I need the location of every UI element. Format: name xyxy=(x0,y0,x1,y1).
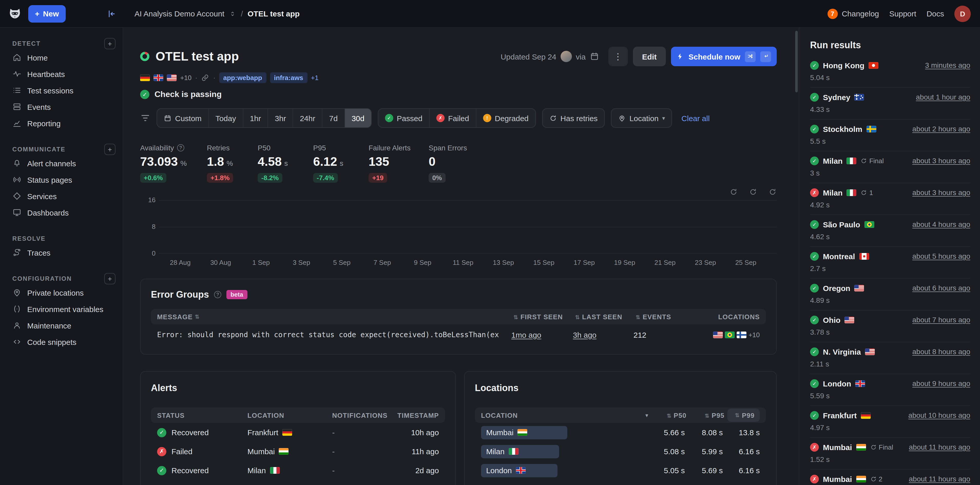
sidebar-item-events[interactable]: Events xyxy=(12,99,116,115)
refresh-icon[interactable] xyxy=(729,188,738,196)
breadcrumb: AI Analysis Demo Account / OTEL test app xyxy=(135,9,299,18)
run-timestamp-link[interactable]: about 8 hours ago xyxy=(912,347,970,356)
run-result-item[interactable]: ✓ São Paulo about 4 hours ago 4.62 s xyxy=(810,215,970,247)
add-channel-button[interactable]: + xyxy=(104,144,116,155)
filter-icon[interactable] xyxy=(140,113,150,123)
sidebar-item-reporting[interactable]: Reporting xyxy=(12,115,116,131)
sidebar-item-traces[interactable]: Traces xyxy=(12,244,116,261)
time-range-30d[interactable]: 30d xyxy=(344,109,371,127)
sidebar-item-code-snippets[interactable]: Code snippets xyxy=(12,334,116,350)
info-icon[interactable]: ? xyxy=(214,291,221,298)
support-link[interactable]: Support xyxy=(889,9,916,18)
account-switcher-icon[interactable] xyxy=(229,10,236,17)
user-avatar[interactable]: D xyxy=(955,5,971,22)
run-timestamp-link[interactable]: about 11 hours ago xyxy=(909,443,970,451)
sort-icon[interactable]: ⇅ xyxy=(636,314,641,320)
filter-location-dropdown[interactable]: Location ▾ xyxy=(611,109,672,127)
run-result-item[interactable]: ✓ Oregon about 6 hours ago 4.89 s xyxy=(810,279,970,310)
filter-has-retries[interactable]: Has retries xyxy=(542,109,604,127)
sidebar-item-services[interactable]: Services xyxy=(12,188,116,204)
alert-row[interactable]: ✓Recovered Milan - 2d ago xyxy=(151,461,445,480)
location-row[interactable]: London 5.05 s 5.69 s 6.16 s xyxy=(475,461,766,480)
run-timestamp-link[interactable]: 3 minutes ago xyxy=(925,61,970,69)
add-config-button[interactable]: + xyxy=(104,273,116,284)
run-timestamp-link[interactable]: about 9 hours ago xyxy=(912,379,970,388)
edit-button[interactable]: Edit xyxy=(633,47,666,66)
sort-icon[interactable]: ⇅ xyxy=(667,412,672,418)
scrollbar-thumb[interactable] xyxy=(795,31,798,92)
run-result-item[interactable]: ✓ London about 9 hours ago 5.59 s xyxy=(810,374,970,406)
time-range-24hr[interactable]: 24hr xyxy=(293,109,322,127)
run-result-item[interactable]: ✓ Ohio about 7 hours ago 3.78 s xyxy=(810,310,970,342)
run-result-item[interactable]: ✓ Milan Final about 3 hours ago 3 s xyxy=(810,151,970,183)
y-tick-label: 16 xyxy=(140,196,156,204)
sidebar-item-home[interactable]: Home xyxy=(12,49,116,66)
filter-passed[interactable]: ✓ Passed xyxy=(379,109,429,127)
first-seen-link[interactable]: 1mo ago xyxy=(511,330,541,339)
alert-row[interactable]: ✗Failed Mumbai - 11h ago xyxy=(151,442,445,461)
tag-app-webapp[interactable]: app:webapp xyxy=(219,72,266,83)
more-actions-button[interactable]: ⋮ xyxy=(608,47,628,66)
sidebar-item-dashboards[interactable]: Dashboards xyxy=(12,204,116,221)
new-button[interactable]: + New xyxy=(28,5,65,22)
run-result-item[interactable]: ✓ Montreal about 5 hours ago 2.7 s xyxy=(810,247,970,279)
schedule-now-button[interactable]: Schedule now xyxy=(671,47,777,66)
run-timestamp-link[interactable]: about 10 hours ago xyxy=(908,411,970,419)
run-result-item[interactable]: ✗ Mumbai Final about 11 hours ago 1.52 s xyxy=(810,438,970,470)
sort-icon[interactable]: ⇅ xyxy=(513,314,519,320)
run-result-item[interactable]: ✗ Mumbai 2 about 11 hours ago 1.33 s xyxy=(810,470,970,485)
sidebar-item-environment-variables[interactable]: Environment variables xyxy=(12,301,116,317)
info-icon[interactable]: ? xyxy=(177,144,184,151)
run-timestamp-link[interactable]: about 6 hours ago xyxy=(912,284,970,292)
add-check-button[interactable]: + xyxy=(104,38,116,49)
time-range-7d[interactable]: 7d xyxy=(322,109,344,127)
run-result-item[interactable]: ✓ Stockholm about 2 hours ago 5.5 s xyxy=(810,119,970,151)
checkly-logo-icon[interactable] xyxy=(8,6,22,21)
filter-degraded[interactable]: ! Degraded xyxy=(476,109,535,127)
sort-icon[interactable]: ⇅ xyxy=(194,313,200,320)
tag-infra-aws[interactable]: infra:aws xyxy=(270,72,307,83)
time-range-today[interactable]: Today xyxy=(208,109,243,127)
sidebar-item-maintenance[interactable]: Maintenance xyxy=(12,317,116,334)
filter-failed[interactable]: ✗ Failed xyxy=(429,109,476,127)
breadcrumb-account[interactable]: AI Analysis Demo Account xyxy=(135,9,224,18)
more-flags-count[interactable]: +10 xyxy=(180,74,191,81)
refresh-icon[interactable] xyxy=(749,188,757,196)
sort-icon[interactable]: ⇅ xyxy=(575,314,580,320)
run-timestamp-link[interactable]: about 2 hours ago xyxy=(912,125,970,133)
alert-row[interactable]: ✓Recovered Frankfurt - 10h ago xyxy=(151,423,445,442)
run-result-item[interactable]: ✗ Milan 1 about 3 hours ago 4.92 s xyxy=(810,183,970,215)
run-timestamp-link[interactable]: about 1 hour ago xyxy=(916,93,970,101)
collapse-sidebar-icon[interactable] xyxy=(106,8,116,19)
sort-icon[interactable]: ⇅ xyxy=(705,412,710,418)
docs-link[interactable]: Docs xyxy=(927,9,944,18)
last-seen-link[interactable]: 3h ago xyxy=(573,330,597,339)
sorted-column-header[interactable]: ⇅P99 xyxy=(727,409,760,422)
run-timestamp-link[interactable]: about 7 hours ago xyxy=(912,316,970,324)
run-result-item[interactable]: ✓ Hong Kong 3 minutes ago 5.04 s xyxy=(810,56,970,88)
more-tags-link[interactable]: +1 xyxy=(311,74,318,81)
run-timestamp-link[interactable]: about 3 hours ago xyxy=(912,157,970,165)
sidebar-item-alert-channels[interactable]: Alert channels xyxy=(12,155,116,172)
location-row[interactable]: Milan 5.08 s 5.99 s 6.16 s xyxy=(475,442,766,461)
run-timestamp-link[interactable]: about 11 hours ago xyxy=(909,475,970,483)
time-range-custom[interactable]: Custom xyxy=(157,109,208,127)
run-result-item[interactable]: ✓ Sydney about 1 hour ago 4.33 s xyxy=(810,88,970,119)
sidebar-item-heartbeats[interactable]: Heartbeats xyxy=(12,66,116,82)
location-row[interactable]: Mumbai 5.66 s 8.08 s 13.8 s xyxy=(475,423,766,442)
run-timestamp-link[interactable]: about 3 hours ago xyxy=(912,188,970,197)
refresh-icon[interactable] xyxy=(768,188,777,196)
sidebar-item-test-sessions[interactable]: Test sessions xyxy=(12,82,116,99)
run-result-item[interactable]: ✓ N. Virginia about 8 hours ago 2.11 s xyxy=(810,342,970,374)
sidebar-item-status-pages[interactable]: Status pages xyxy=(12,172,116,188)
sidebar-item-private-locations[interactable]: Private locations xyxy=(12,284,116,301)
run-result-item[interactable]: ✓ Frankfurt about 10 hours ago 4.97 s xyxy=(810,406,970,438)
run-timestamp-link[interactable]: about 5 hours ago xyxy=(912,252,970,260)
time-range-1hr[interactable]: 1hr xyxy=(243,109,267,127)
run-timestamp-link[interactable]: about 4 hours ago xyxy=(912,220,970,228)
time-range-3hr[interactable]: 3hr xyxy=(268,109,293,127)
changelog-link[interactable]: 7 Changelog xyxy=(827,8,879,19)
error-group-row[interactable]: Error: should respond with correct statu… xyxy=(151,324,766,345)
clear-all-link[interactable]: Clear all xyxy=(681,114,710,122)
sort-direction-icon[interactable]: ▾ xyxy=(645,412,648,418)
